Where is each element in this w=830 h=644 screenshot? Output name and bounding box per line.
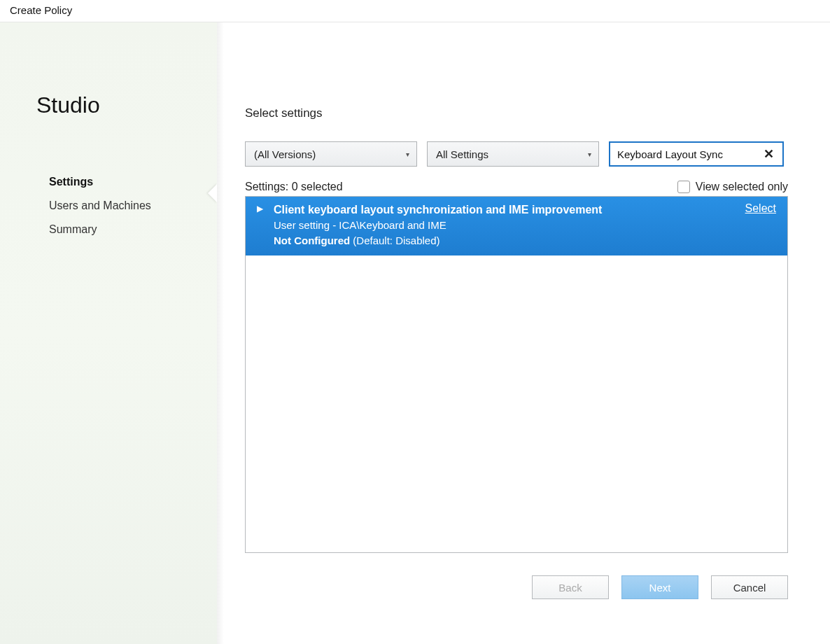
count-value: 0 selected — [292, 181, 343, 192]
results-list[interactable]: ▶ Client keyboard layout synchronization… — [245, 196, 788, 553]
selected-count: Settings: 0 selected — [245, 181, 343, 193]
clear-search-icon[interactable]: ✕ — [761, 146, 777, 162]
sidebar-item-settings[interactable]: Settings — [36, 170, 217, 194]
expand-icon[interactable]: ▶ — [257, 204, 263, 214]
versions-dropdown-label: (All Versions) — [254, 148, 316, 160]
result-state-value: Not Configured — [274, 234, 350, 246]
sidebar-heading: Studio — [36, 92, 217, 118]
versions-dropdown[interactable]: (All Versions) ▾ — [245, 141, 417, 167]
result-title: Client keyboard layout synchronization a… — [274, 202, 778, 218]
view-selected-only-toggle[interactable]: View selected only — [677, 181, 788, 193]
cancel-button[interactable]: Cancel — [711, 575, 788, 599]
next-button[interactable]: Next — [621, 575, 698, 599]
count-row: Settings: 0 selected View selected only — [245, 181, 788, 193]
result-path: User setting - ICA\Keyboard and IME — [274, 218, 778, 233]
scope-dropdown[interactable]: All Settings ▾ — [427, 141, 599, 167]
count-prefix: Settings: — [245, 181, 288, 192]
result-state: Not Configured (Default: Disabled) — [274, 233, 778, 248]
sidebar-item-users-machines[interactable]: Users and Machines — [36, 194, 217, 218]
chevron-down-icon: ▾ — [406, 150, 409, 158]
workspace: Studio Settings Users and Machines Summa… — [0, 22, 830, 644]
main-panel: Select settings (All Versions) ▾ All Set… — [217, 22, 830, 644]
search-input[interactable] — [617, 148, 761, 160]
result-item[interactable]: ▶ Client keyboard layout synchronization… — [246, 197, 787, 255]
result-state-default: (Default: Disabled) — [353, 234, 439, 246]
search-field-wrap[interactable]: ✕ — [609, 141, 784, 167]
page-title: Select settings — [245, 106, 788, 120]
filter-row: (All Versions) ▾ All Settings ▾ ✕ — [245, 141, 788, 167]
chevron-down-icon: ▾ — [588, 150, 591, 158]
select-link[interactable]: Select — [745, 202, 776, 215]
back-button[interactable]: Back — [532, 575, 609, 599]
window-title: Create Policy — [0, 0, 830, 22]
view-selected-only-label: View selected only — [696, 181, 788, 193]
scope-dropdown-label: All Settings — [436, 148, 488, 160]
wizard-buttons: Back Next Cancel — [532, 575, 788, 599]
checkbox-icon — [677, 181, 690, 193]
active-pointer-icon — [208, 183, 218, 203]
sidebar-item-summary[interactable]: Summary — [36, 218, 217, 241]
sidebar: Studio Settings Users and Machines Summa… — [0, 22, 217, 644]
